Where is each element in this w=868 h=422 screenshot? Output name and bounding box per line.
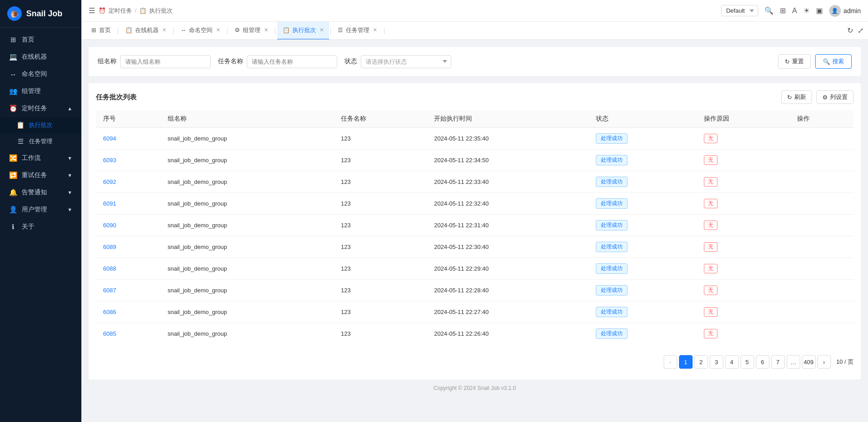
page-btn-4[interactable]: 4 — [725, 355, 739, 369]
cell-action — [790, 128, 854, 150]
tab-execution-batch-close[interactable]: ✕ — [320, 27, 324, 33]
tab-group-management[interactable]: ⚙ 组管理 ✕ — [229, 22, 274, 40]
cell-time: 2024-05-11 22:35:40 — [427, 128, 589, 150]
col-header-action: 操作 — [790, 110, 854, 128]
page-btn-7[interactable]: 7 — [771, 355, 785, 369]
cell-status: 处理成功 — [589, 193, 697, 215]
sidebar-group-user-management[interactable]: 👤 用户管理 ▼ — [0, 201, 81, 218]
page-btn-2[interactable]: 2 — [694, 355, 708, 369]
tab-expand-icon[interactable]: ⤢ — [858, 26, 863, 35]
page-btn-1[interactable]: 1 — [679, 355, 693, 369]
cell-reason: 无 — [697, 193, 790, 215]
tab-namespace[interactable]: ↔ 命名空间 ✕ — [175, 22, 226, 40]
table-head-row: 序号 组名称 任务名称 开始执行时间 状态 操作原因 操作 — [96, 110, 854, 128]
namespace-select[interactable]: Default — [721, 5, 758, 16]
id-link[interactable]: 6085 — [103, 330, 116, 337]
status-select[interactable]: 请选择执行状态 处理成功 处理失败 — [361, 55, 451, 68]
cell-status: 处理成功 — [589, 280, 697, 301]
status-badge: 处理成功 — [596, 133, 627, 144]
tab-separator-2: | — [172, 27, 175, 34]
col-header-task: 任务名称 — [334, 110, 427, 128]
next-page-button[interactable]: › — [817, 355, 831, 369]
sidebar-group-scheduled-task[interactable]: ⏰ 定时任务 ▲ — [0, 100, 81, 117]
cell-id: 6093 — [96, 150, 160, 171]
cell-task: 123 — [334, 128, 427, 150]
namespace-icon: ↔ — [9, 70, 17, 78]
reset-label: 重置 — [792, 57, 804, 66]
tab-online-machines-icon: 📋 — [125, 27, 132, 33]
sidebar-item-home[interactable]: ⊞ 首页 — [0, 31, 81, 48]
filter-group-name-label: 组名称 — [98, 57, 117, 66]
tab-online-machines[interactable]: 📋 在线机器 ✕ — [120, 22, 172, 40]
cell-action — [790, 301, 854, 323]
sidebar-item-about[interactable]: ℹ 关于 — [0, 218, 81, 235]
col-header-reason: 操作原因 — [697, 110, 790, 128]
filter-task-name-label: 任务名称 — [218, 57, 243, 66]
col-header-id: 序号 — [96, 110, 160, 128]
tab-refresh-icon[interactable]: ↻ — [847, 26, 853, 35]
group-name-input[interactable] — [120, 55, 211, 68]
status-badge: 处理成功 — [596, 177, 627, 187]
col-settings-button[interactable]: ⚙ 列设置 — [816, 90, 854, 104]
id-link[interactable]: 6093 — [103, 157, 116, 164]
cell-task: 123 — [334, 301, 427, 323]
main-area: ☰ ⏰ 定时任务 / 📋 执行批次 Default 🔍 ⊞ A ☀ ▣ 👤 ad… — [81, 0, 868, 422]
admin-button[interactable]: 👤 admin — [829, 5, 861, 17]
table-actions: ↻ 刷新 ⚙ 列设置 — [781, 90, 854, 104]
id-link[interactable]: 6094 — [103, 135, 116, 142]
sidebar-item-online-machines[interactable]: 💻 在线机器 — [0, 48, 81, 66]
sidebar-item-namespace[interactable]: ↔ 命名空间 — [0, 66, 81, 83]
translate-icon[interactable]: A — [792, 7, 797, 15]
page-info: 10 / 页 — [836, 358, 854, 366]
page-btn-6[interactable]: 6 — [756, 355, 769, 369]
status-badge: 处理成功 — [596, 220, 627, 230]
tab-namespace-close[interactable]: ✕ — [216, 27, 220, 33]
reset-icon: ↻ — [785, 58, 790, 65]
collapse-icon[interactable]: ☰ — [89, 6, 95, 15]
tab-group-close[interactable]: ✕ — [264, 27, 268, 33]
cell-time: 2024-05-11 22:32:40 — [427, 193, 589, 215]
page-btn-5[interactable]: 5 — [741, 355, 754, 369]
layout-icon[interactable]: ▣ — [816, 6, 823, 15]
tab-execution-batch[interactable]: 📋 执行批次 ✕ — [277, 22, 329, 40]
sidebar: 🐌 Snail Job ⊞ 首页 💻 在线机器 ↔ 命名空间 👥 组管理 ⏰ 定… — [0, 0, 81, 422]
sidebar-item-task-management[interactable]: ☰ 任务管理 — [0, 133, 81, 150]
cell-reason: 无 — [697, 236, 790, 258]
reset-button[interactable]: ↻ 重置 — [778, 54, 811, 69]
sidebar-group-alert[interactable]: 🔔 告警通知 ▼ — [0, 184, 81, 201]
tab-task-management-close[interactable]: ✕ — [373, 27, 377, 33]
sidebar-group-workflow[interactable]: 🔀 工作流 ▼ — [0, 150, 81, 167]
refresh-button[interactable]: ↻ 刷新 — [781, 90, 812, 104]
logo-area: 🐌 Snail Job — [0, 0, 81, 28]
id-link[interactable]: 6091 — [103, 200, 116, 207]
id-link[interactable]: 6089 — [103, 244, 116, 250]
filter-status: 状态 请选择执行状态 处理成功 处理失败 — [344, 55, 451, 68]
id-link[interactable]: 6090 — [103, 222, 116, 229]
id-link[interactable]: 6086 — [103, 309, 116, 315]
id-link[interactable]: 6087 — [103, 287, 116, 294]
tab-bar-right: ↻ ⤢ — [843, 26, 863, 35]
tab-home[interactable]: ⊞ 首页 — [86, 22, 116, 40]
sidebar-group-retry-task[interactable]: 🔁 重试任务 ▼ — [0, 167, 81, 184]
page-btn-409[interactable]: 409 — [802, 355, 816, 369]
theme-icon[interactable]: ☀ — [803, 6, 810, 15]
task-name-input[interactable] — [247, 55, 337, 68]
fullscreen-icon[interactable]: ⊞ — [780, 6, 786, 15]
cell-time: 2024-05-11 22:34:50 — [427, 150, 589, 171]
sidebar-group-retry-task-label: 重试任务 — [22, 171, 47, 179]
sidebar-item-group-management[interactable]: 👥 组管理 — [0, 83, 81, 100]
id-link[interactable]: 6088 — [103, 265, 116, 272]
page-btn-3[interactable]: 3 — [710, 355, 723, 369]
prev-page-button[interactable]: ‹ — [664, 355, 677, 369]
search-button[interactable]: 🔍 搜索 — [815, 54, 852, 69]
tab-execution-batch-icon: 📋 — [283, 27, 290, 33]
tab-task-management[interactable]: ☰ 任务管理 ✕ — [332, 22, 382, 40]
avatar: 👤 — [829, 5, 841, 17]
tab-online-machines-close[interactable]: ✕ — [162, 27, 166, 33]
id-link[interactable]: 6092 — [103, 178, 116, 185]
cell-group: snail_job_demo_group — [160, 323, 334, 345]
col-header-time: 开始执行时间 — [427, 110, 589, 128]
search-icon[interactable]: 🔍 — [764, 6, 774, 15]
sidebar-item-execution-batch[interactable]: 📋 执行批次 — [0, 117, 81, 133]
cell-task: 123 — [334, 280, 427, 301]
